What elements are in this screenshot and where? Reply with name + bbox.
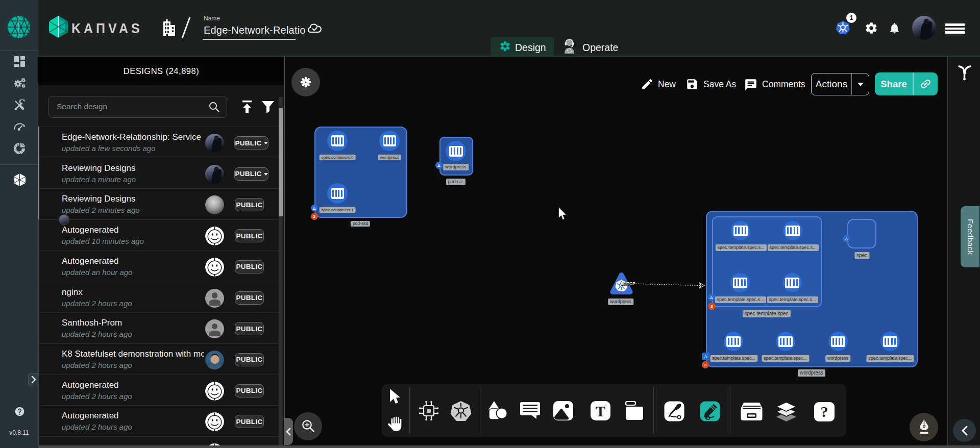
- svg-text:T: T: [596, 403, 605, 419]
